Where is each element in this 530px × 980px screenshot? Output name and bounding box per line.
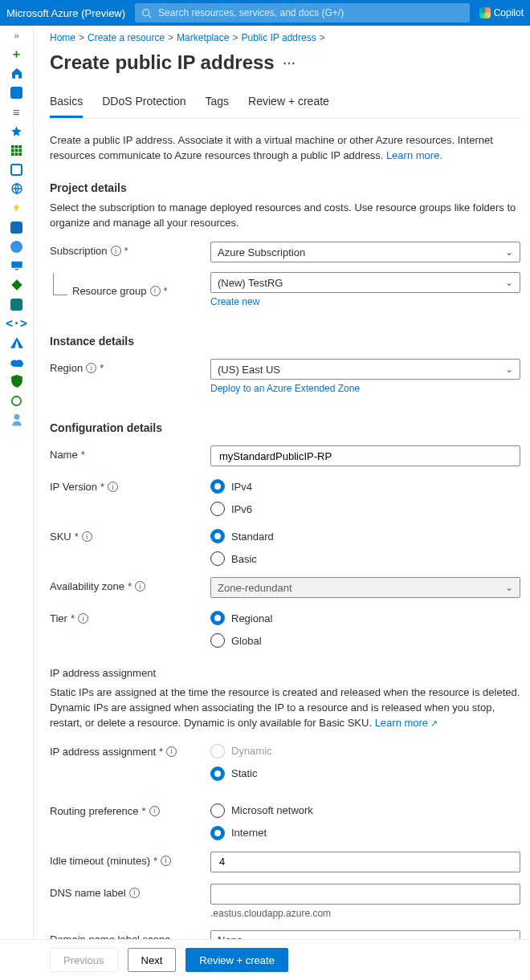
breadcrumb-create-resource[interactable]: Create a resource bbox=[88, 32, 165, 43]
radio-icon bbox=[210, 611, 225, 625]
nav-expand-icon[interactable]: » bbox=[0, 29, 33, 43]
info-icon[interactable]: i bbox=[161, 856, 171, 866]
cost-management-icon[interactable] bbox=[5, 411, 29, 429]
ipv6-radio[interactable]: IPv6 bbox=[210, 502, 520, 516]
availability-zone-label: Availability zone * i bbox=[50, 577, 210, 592]
dns-name-input[interactable] bbox=[218, 887, 513, 901]
svg-rect-4 bbox=[18, 144, 22, 148]
intro-learn-more-link[interactable]: Learn more. bbox=[386, 149, 442, 161]
assignment-dynamic-radio: Dynamic bbox=[210, 744, 520, 758]
ipv4-radio[interactable]: IPv4 bbox=[210, 479, 520, 494]
dns-suffix-label: .eastus.cloudapp.azure.com bbox=[210, 908, 520, 919]
load-balancers-icon[interactable] bbox=[5, 276, 29, 294]
virtual-machines-icon[interactable] bbox=[5, 257, 29, 274]
svg-rect-3 bbox=[15, 144, 18, 148]
copilot-icon bbox=[479, 7, 491, 18]
breadcrumb-public-ip[interactable]: Public IP address bbox=[241, 32, 316, 43]
copilot-button[interactable]: Copilot bbox=[479, 7, 524, 18]
ip-assignment-label: IP address assignment * i bbox=[50, 742, 210, 758]
tab-review[interactable]: Review + create bbox=[248, 90, 329, 118]
list-icon[interactable]: ≡ bbox=[5, 103, 29, 120]
tab-tags[interactable]: Tags bbox=[206, 90, 230, 118]
tier-regional-radio[interactable]: Regional bbox=[210, 611, 520, 625]
assignment-static-radio[interactable]: Static bbox=[210, 767, 520, 781]
page-title: Create public IP address ⋯ bbox=[50, 51, 520, 74]
info-icon[interactable]: i bbox=[108, 482, 118, 492]
hierarchy-bracket-icon bbox=[53, 273, 67, 295]
svg-line-1 bbox=[149, 14, 151, 17]
cosmos-db-icon[interactable] bbox=[5, 238, 29, 255]
name-input[interactable] bbox=[218, 449, 513, 463]
azure-ad-icon[interactable] bbox=[5, 334, 29, 352]
extended-zone-link[interactable]: Deploy to an Azure Extended Zone bbox=[210, 383, 360, 394]
global-search[interactable] bbox=[135, 3, 470, 22]
info-icon[interactable]: i bbox=[111, 246, 121, 256]
storage-accounts-icon[interactable] bbox=[5, 295, 29, 313]
radio-icon bbox=[210, 767, 225, 781]
radio-icon bbox=[210, 529, 225, 543]
svg-point-14 bbox=[12, 396, 21, 405]
info-icon[interactable]: i bbox=[78, 613, 88, 624]
resource-group-select[interactable]: (New) TestRG ⌄ bbox=[210, 272, 520, 293]
tab-ddos[interactable]: DDoS Protection bbox=[102, 90, 186, 118]
svg-rect-13 bbox=[15, 269, 18, 270]
info-icon[interactable]: i bbox=[150, 286, 161, 296]
info-icon[interactable]: i bbox=[135, 581, 145, 592]
favorites-icon[interactable] bbox=[5, 122, 29, 140]
create-resource-icon[interactable]: ＋ bbox=[5, 45, 29, 63]
idle-timeout-input-wrap bbox=[210, 852, 520, 872]
breadcrumb-home[interactable]: Home bbox=[50, 32, 75, 43]
ip-assignment-heading: IP address assignment bbox=[50, 667, 520, 679]
review-create-button[interactable]: Review + create bbox=[186, 948, 288, 972]
subscription-select[interactable]: Azure Subscription ⌄ bbox=[210, 242, 520, 262]
function-apps-icon[interactable] bbox=[5, 199, 29, 217]
svg-rect-6 bbox=[15, 148, 18, 152]
radio-icon bbox=[210, 551, 225, 566]
tab-basics[interactable]: Basics bbox=[50, 90, 83, 118]
sku-basic-radio[interactable]: Basic bbox=[210, 551, 520, 566]
advisor-icon[interactable] bbox=[5, 372, 29, 390]
info-icon[interactable]: i bbox=[129, 888, 140, 898]
app-services-icon[interactable] bbox=[5, 180, 29, 197]
radio-icon bbox=[210, 826, 225, 840]
tier-global-radio[interactable]: Global bbox=[210, 633, 520, 648]
dashboard-icon[interactable] bbox=[5, 83, 29, 101]
info-icon[interactable]: i bbox=[86, 363, 96, 373]
info-icon[interactable]: i bbox=[82, 531, 92, 542]
virtual-networks-icon[interactable]: <·> bbox=[5, 315, 29, 332]
previous-button: Previous bbox=[50, 948, 118, 972]
info-icon[interactable]: i bbox=[166, 746, 177, 757]
idle-timeout-input[interactable] bbox=[218, 855, 513, 868]
create-new-rg-link[interactable]: Create new bbox=[210, 296, 259, 307]
all-services-icon[interactable] bbox=[5, 141, 29, 159]
svg-point-0 bbox=[143, 9, 149, 15]
project-details-desc: Select the subscription to manage deploy… bbox=[50, 201, 520, 231]
more-actions-icon[interactable]: ⋯ bbox=[283, 55, 296, 71]
svg-rect-2 bbox=[11, 144, 14, 148]
next-button[interactable]: Next bbox=[128, 948, 177, 972]
sql-databases-icon[interactable] bbox=[5, 218, 29, 236]
routing-preference-label: Routing preference * i bbox=[50, 802, 210, 817]
security-center-icon[interactable] bbox=[5, 392, 29, 409]
info-icon[interactable]: i bbox=[149, 806, 160, 816]
chevron-down-icon: ⌄ bbox=[505, 277, 513, 288]
routing-internet-radio[interactable]: Internet bbox=[210, 826, 520, 840]
ip-assignment-learn-more-link[interactable]: Learn more bbox=[375, 717, 438, 729]
home-icon[interactable] bbox=[5, 64, 29, 82]
resource-groups-icon[interactable] bbox=[5, 161, 29, 178]
idle-timeout-label: Idle timeout (minutes) * i bbox=[50, 852, 210, 867]
svg-rect-8 bbox=[11, 152, 14, 156]
monitor-icon[interactable] bbox=[5, 353, 29, 371]
search-input[interactable] bbox=[157, 6, 463, 19]
svg-rect-5 bbox=[11, 148, 14, 152]
wizard-footer: Previous Next Review + create bbox=[0, 939, 530, 980]
sku-standard-radio[interactable]: Standard bbox=[210, 529, 520, 543]
tab-bar: Basics DDoS Protection Tags Review + cre… bbox=[50, 90, 520, 119]
name-label: Name* bbox=[50, 445, 210, 461]
routing-microsoft-radio[interactable]: Microsoft network bbox=[210, 803, 520, 818]
top-bar: Microsoft Azure (Preview) Copilot bbox=[0, 0, 530, 26]
region-select[interactable]: (US) East US ⌄ bbox=[210, 359, 520, 380]
dns-name-input-wrap bbox=[210, 884, 520, 905]
breadcrumb-marketplace[interactable]: Marketplace bbox=[177, 32, 229, 43]
radio-icon bbox=[210, 502, 225, 516]
